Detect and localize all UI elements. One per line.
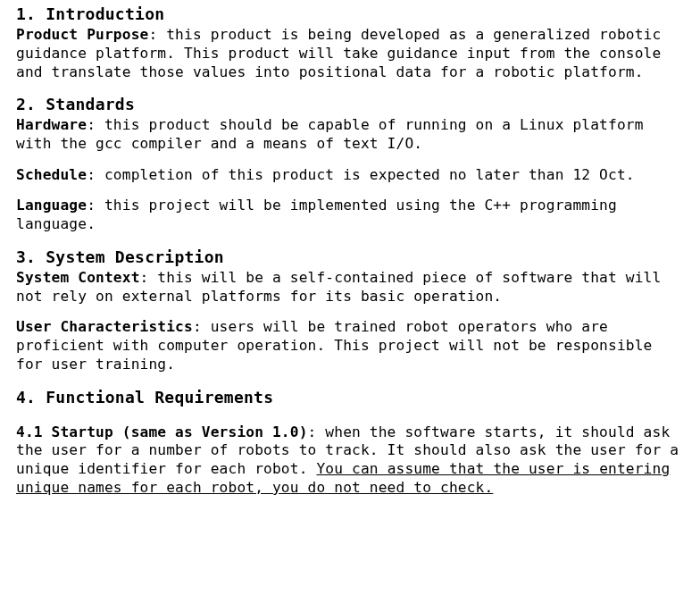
heading-introduction: 1. Introduction	[16, 4, 684, 24]
heading-system-description: 3. System Description	[16, 247, 684, 267]
heading-standards: 2. Standards	[16, 94, 684, 114]
label-user-characteristics: User Characteristics	[16, 318, 193, 335]
label-product-purpose: Product Purpose	[16, 26, 148, 43]
text-language: : this project will be implemented using…	[16, 197, 617, 232]
para-user-characteristics: User Characteristics: users will be trai…	[16, 318, 684, 373]
para-schedule: Schedule: completion of this product is …	[16, 166, 684, 185]
label-hardware: Hardware	[16, 116, 87, 133]
para-startup: 4.1 Startup (same as Version 1.0): when …	[16, 423, 684, 498]
heading-functional-requirements: 4. Functional Requirements	[16, 387, 684, 407]
text-hardware: : this product should be capable of runn…	[16, 116, 644, 152]
label-system-context: System Context	[16, 269, 140, 286]
para-system-context: System Context: this will be a self-cont…	[16, 269, 684, 306]
para-product-purpose: Product Purpose: this product is being d…	[16, 26, 684, 81]
label-schedule: Schedule	[16, 166, 87, 183]
para-language: Language: this project will be implement…	[16, 197, 684, 233]
para-hardware: Hardware: this product should be capable…	[16, 116, 684, 153]
text-schedule: : completion of this product is expected…	[87, 166, 635, 183]
label-startup: 4.1 Startup (same as Version 1.0)	[16, 423, 308, 440]
label-language: Language	[16, 197, 87, 214]
document-page: 1. Introduction Product Purpose: this pr…	[0, 0, 700, 526]
